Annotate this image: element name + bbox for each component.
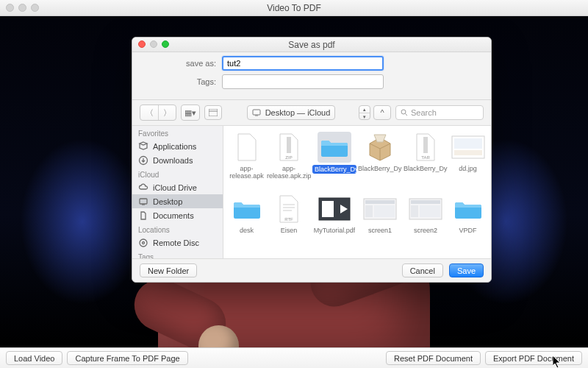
rtf-icon: RTF xyxy=(272,194,306,224)
minimize-icon xyxy=(150,40,157,48)
svg-text:TAR: TAR xyxy=(421,155,430,160)
save-dialog: Save as pdf save as: Tags: 〈 〉 ▦▾ xyxy=(132,37,492,283)
grouping-icon xyxy=(209,109,218,116)
svg-rect-26 xyxy=(365,200,395,204)
file-item[interactable]: RTFEisen xyxy=(267,194,311,252)
save-button[interactable]: Save xyxy=(449,263,484,277)
cancel-button[interactable]: Cancel xyxy=(402,263,443,277)
sidebar-item-documents[interactable]: Documents xyxy=(132,208,223,222)
zoom-icon[interactable] xyxy=(162,40,169,48)
location-stepper[interactable]: ▴▾ xyxy=(359,105,370,120)
file-item[interactable]: BlackBerry_Dynamics_SD...52.pkg xyxy=(358,132,402,191)
disc-icon xyxy=(138,238,148,248)
file-name: Eisen xyxy=(281,227,298,234)
file-name: dd.jpg xyxy=(459,165,477,172)
sidebar-item-label: Documents xyxy=(153,211,194,220)
file-name: MyTutorial.pdf xyxy=(314,227,356,234)
screenshot-icon xyxy=(363,194,397,224)
file-name: VPDF xyxy=(459,227,476,234)
file-item[interactable]: ZIPapp-release.apk.zip xyxy=(267,132,311,191)
svg-point-9 xyxy=(140,239,147,247)
blank-icon xyxy=(230,132,264,163)
svg-rect-32 xyxy=(420,205,440,217)
file-item[interactable]: app-release.apk xyxy=(228,132,265,191)
save-dialog-sidebar[interactable]: FavoritesApplicationsDownloadsiCloudiClo… xyxy=(132,126,223,258)
desktop-icon xyxy=(138,197,148,207)
app-title: Video To PDF xyxy=(267,3,321,13)
export-pdf-button[interactable]: Export PDF Document xyxy=(485,351,582,365)
file-item[interactable]: screen2 xyxy=(404,194,448,252)
sidebar-item-remote-disc[interactable]: Remote Disc xyxy=(132,236,223,250)
pdf-icon xyxy=(318,194,351,224)
zoom-icon[interactable] xyxy=(31,4,39,12)
sidebar-item-applications[interactable]: Applications xyxy=(132,139,223,153)
main-traffic-lights[interactable] xyxy=(6,4,39,12)
svg-rect-0 xyxy=(209,109,218,116)
file-item[interactable]: desk xyxy=(228,194,265,252)
sidebar-item-label: Applications xyxy=(153,142,196,151)
svg-rect-30 xyxy=(411,200,440,204)
tags-label: Tags: xyxy=(143,77,216,86)
file-item[interactable]: TARBlackBerry_Dynamics_SD...0.52.tar xyxy=(404,132,448,191)
svg-line-5 xyxy=(406,114,408,116)
back-button[interactable]: 〈 xyxy=(140,105,158,120)
sidebar-item-desktop[interactable]: Desktop xyxy=(132,194,223,208)
view-switcher[interactable]: ▦▾ xyxy=(181,105,200,121)
app-bottombar: Load Video Capture Frame To PDF Page Res… xyxy=(0,347,588,368)
folder-icon xyxy=(230,194,264,224)
file-item[interactable]: screen1 xyxy=(358,194,402,252)
file-item[interactable]: dd.jpg xyxy=(449,132,487,191)
svg-rect-17 xyxy=(454,150,482,155)
file-name: BlackBerry_Dynamics_SD...0.52.tar xyxy=(404,165,448,172)
svg-rect-11 xyxy=(287,137,291,153)
doc-icon xyxy=(138,210,148,221)
minimize-icon[interactable] xyxy=(18,4,26,12)
svg-rect-28 xyxy=(374,205,395,217)
svg-rect-31 xyxy=(411,205,418,217)
grouping-button[interactable] xyxy=(204,105,222,120)
main-titlebar[interactable]: Video To PDF xyxy=(0,0,588,16)
collapse-button[interactable]: ^ xyxy=(373,105,391,120)
file-item[interactable]: VPDF xyxy=(449,194,487,252)
sidebar-item-label: iCloud Drive xyxy=(153,183,197,192)
save-as-input[interactable] xyxy=(222,56,384,71)
svg-rect-7 xyxy=(140,199,147,204)
pkg-icon xyxy=(363,132,397,163)
sidebar-header: iCloud xyxy=(132,167,223,180)
file-item[interactable]: BlackBerry_Dynamics_for...roid_r47 xyxy=(312,132,356,191)
close-icon[interactable] xyxy=(6,4,14,12)
icon-view-button[interactable]: ▦▾ xyxy=(182,105,199,120)
save-dialog-titlebar[interactable]: Save as pdf xyxy=(132,38,491,52)
svg-rect-13 xyxy=(423,137,428,153)
downloads-icon xyxy=(138,155,148,166)
nav-back-forward[interactable]: 〈 〉 xyxy=(140,105,176,121)
sidebar-header: Favorites xyxy=(132,126,223,139)
capture-frame-button[interactable]: Capture Frame To PDF Page xyxy=(67,351,187,365)
file-name: app-release.apk.zip xyxy=(267,165,311,180)
tags-input[interactable] xyxy=(222,74,384,89)
sidebar-item-icloud-drive[interactable]: iCloud Drive xyxy=(132,180,223,194)
zip-icon: ZIP xyxy=(272,132,306,163)
dialog-traffic-lights[interactable] xyxy=(138,40,169,48)
file-name: BlackBerry_Dynamics_for...roid_r47 xyxy=(312,165,356,174)
search-field[interactable]: Search xyxy=(395,105,484,120)
load-video-button[interactable]: Load Video xyxy=(6,351,62,365)
browser-toolbar: 〈 〉 ▦▾ Desktop — iCloud ▴▾ ^ xyxy=(132,100,491,126)
forward-button[interactable]: 〉 xyxy=(158,105,176,120)
new-folder-button[interactable]: New Folder xyxy=(140,263,197,277)
sidebar-item-label: Downloads xyxy=(153,156,193,165)
file-grid[interactable]: app-release.apkZIPapp-release.apk.zipBla… xyxy=(223,126,491,258)
svg-point-10 xyxy=(143,241,145,244)
sidebar-item-downloads[interactable]: Downloads xyxy=(132,153,223,167)
sidebar-item-label: Desktop xyxy=(153,197,182,206)
close-icon[interactable] xyxy=(138,40,146,48)
search-placeholder: Search xyxy=(411,108,437,117)
reset-pdf-button[interactable]: Reset PDF Document xyxy=(386,351,481,365)
location-popup[interactable]: Desktop — iCloud xyxy=(247,105,336,120)
location-label: Desktop — iCloud xyxy=(265,108,331,117)
file-item[interactable]: MyTutorial.pdf xyxy=(312,194,356,252)
search-icon xyxy=(401,109,408,116)
video-viewport: Save as pdf save as: Tags: 〈 〉 ▦▾ xyxy=(0,16,588,347)
file-name: BlackBerry_Dynamics_SD...52.pkg xyxy=(358,165,402,172)
svg-point-4 xyxy=(401,110,406,114)
